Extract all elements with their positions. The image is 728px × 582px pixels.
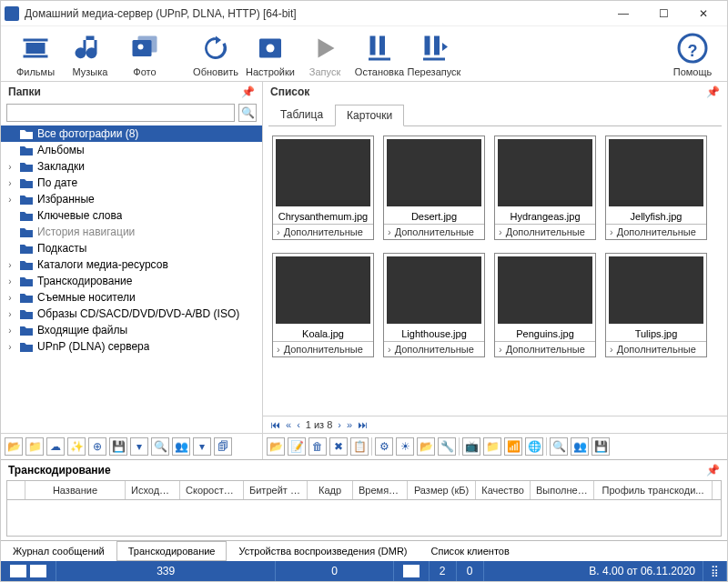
toolbar-icon[interactable]: 🌐	[525, 437, 543, 456]
folder-item[interactable]: Все фотографии (8)	[1, 125, 262, 142]
folder-item[interactable]: ›Съемные носители	[1, 289, 262, 306]
folder-item[interactable]: Ключевые слова	[1, 207, 262, 224]
search-button[interactable]: 🔍	[238, 104, 257, 122]
toolbar-icon[interactable]: 📶	[504, 437, 522, 456]
photo-button[interactable]: Фото	[117, 32, 172, 77]
media-card[interactable]: Chrysanthemum.jpgДополнительные	[272, 135, 374, 240]
folder-item[interactable]: ›Входящие файлы	[1, 322, 262, 338]
status-icon[interactable]	[30, 565, 46, 577]
media-card[interactable]: Hydrangeas.jpgДополнительные	[494, 135, 596, 240]
maximize-button[interactable]: ☐	[643, 1, 683, 26]
restart-button[interactable]: Перезапуск	[407, 32, 461, 77]
column-header[interactable]: Размер (кБ)	[408, 481, 476, 499]
column-header[interactable]: Профиль транскоди...	[594, 481, 713, 499]
tab-table[interactable]: Таблица	[268, 104, 335, 125]
pin-icon[interactable]: 📌	[706, 85, 720, 98]
minimize-button[interactable]: —	[603, 1, 643, 26]
toolbar-icon[interactable]: 👥	[172, 437, 190, 456]
toolbar-icon[interactable]: 🔧	[438, 437, 456, 456]
column-header[interactable]: Качество	[476, 481, 531, 499]
toolbar-icon[interactable]: 📂	[5, 437, 23, 456]
folder-search-input[interactable]	[6, 104, 235, 122]
pin-icon[interactable]: 📌	[241, 85, 255, 98]
column-header[interactable]: Выполнено	[531, 481, 594, 499]
folder-item[interactable]: ›Образы CD/SACD/DVD/DVD-A/BD (ISO)	[1, 306, 262, 322]
tab-transcode[interactable]: Транскодирование	[116, 541, 228, 561]
refresh-button[interactable]: Обновить	[188, 32, 243, 77]
toolbar-icon[interactable]: 📺	[462, 437, 480, 456]
toolbar-icon[interactable]: ☀	[396, 437, 414, 456]
music-button[interactable]: Музыка	[63, 32, 117, 77]
media-card[interactable]: Penguins.jpgДополнительные	[494, 253, 596, 357]
toolbar-icon[interactable]: 📋	[350, 437, 369, 456]
extra-button[interactable]: Дополнительные	[273, 224, 373, 239]
toolbar-icon[interactable]: 🗐	[214, 437, 232, 456]
pager-prev-page[interactable]: «	[286, 419, 291, 430]
folder-item[interactable]: Подкасты	[1, 240, 262, 256]
toolbar-icon[interactable]: 💾	[109, 437, 127, 456]
folder-item[interactable]: ›По дате	[1, 175, 262, 191]
settings-button[interactable]: Настройки	[243, 32, 298, 77]
status-icon[interactable]	[10, 565, 26, 577]
folder-item[interactable]: ›Каталоги медиа-ресурсов	[1, 256, 262, 273]
toolbar-icon[interactable]: 📝	[288, 437, 306, 456]
toolbar-icon[interactable]: ✖	[329, 437, 348, 456]
toolbar-icon[interactable]: 🔍	[151, 437, 169, 456]
extra-button[interactable]: Дополнительные	[495, 341, 595, 356]
folder-item[interactable]: ›UPnP (DLNA) сервера	[1, 338, 262, 355]
folder-item[interactable]: ›Избранные	[1, 191, 262, 207]
media-card[interactable]: Koala.jpgДополнительные	[272, 253, 374, 357]
toolbar-icon[interactable]: ⊕	[88, 437, 106, 456]
extra-button[interactable]: Дополнительные	[495, 224, 595, 239]
tab-clients[interactable]: Список клиентов	[420, 541, 521, 561]
folder-tree[interactable]: Все фотографии (8)Альбомы›Закладки›По да…	[1, 124, 262, 433]
toolbar-icon[interactable]: 📁	[25, 437, 44, 456]
close-button[interactable]: ✕	[683, 1, 723, 26]
column-header[interactable]: Скорость ...	[180, 481, 244, 499]
toolbar-icon[interactable]: 🗑	[308, 437, 327, 456]
media-card[interactable]: Desert.jpgДополнительные	[383, 135, 485, 240]
toolbar-icon[interactable]: 👥	[571, 437, 589, 456]
folder-item[interactable]: История навигации	[1, 224, 262, 240]
folder-item[interactable]: ›Транскодирование	[1, 273, 262, 289]
extra-button[interactable]: Дополнительные	[273, 341, 373, 356]
extra-button[interactable]: Дополнительные	[384, 224, 484, 239]
extra-button[interactable]: Дополнительные	[384, 341, 484, 356]
toolbar-icon[interactable]: 💾	[592, 437, 610, 456]
toolbar-icon[interactable]: ☁	[46, 437, 65, 456]
extra-button[interactable]: Дополнительные	[606, 341, 706, 356]
column-header[interactable]: Название	[25, 481, 126, 499]
media-card[interactable]: Tulips.jpgДополнительные	[605, 253, 707, 357]
films-button[interactable]: Фильмы	[8, 32, 63, 77]
extra-button[interactable]: Дополнительные	[606, 224, 706, 239]
column-header[interactable]: Битрейт (к...	[244, 481, 308, 499]
toolbar-icon[interactable]: ✨	[67, 437, 86, 456]
pager-next[interactable]: ›	[338, 419, 341, 430]
toolbar-icon[interactable]: ▾	[193, 437, 211, 456]
tab-cards[interactable]: Карточки	[335, 105, 404, 126]
pager-next-page[interactable]: »	[347, 419, 352, 430]
media-card[interactable]: Jellyfish.jpgДополнительные	[605, 135, 707, 240]
pin-icon[interactable]: 📌	[706, 464, 720, 477]
toolbar-icon[interactable]: 📂	[417, 437, 435, 456]
toolbar-icon[interactable]: 📂	[267, 437, 285, 456]
column-header[interactable]: Исходны...	[126, 481, 180, 499]
toolbar-icon[interactable]: 📁	[483, 437, 501, 456]
column-header[interactable]: Кадр	[308, 481, 353, 499]
pager-prev[interactable]: ‹	[297, 419, 300, 430]
media-card[interactable]: Lighthouse.jpgДополнительные	[383, 253, 485, 357]
tab-log[interactable]: Журнал сообщений	[1, 541, 116, 561]
column-header[interactable]: Время (с)	[353, 481, 408, 499]
pager-last[interactable]: ⏭	[358, 419, 368, 430]
toolbar-icon[interactable]: ▾	[130, 437, 148, 456]
column-header[interactable]	[7, 481, 25, 499]
tab-dmr[interactable]: Устройства воспроизведения (DMR)	[227, 541, 419, 561]
stop-button[interactable]: Остановка	[352, 32, 407, 77]
toolbar-icon[interactable]: ⚙	[375, 437, 393, 456]
pager-first[interactable]: ⏮	[270, 419, 280, 430]
toolbar-icon[interactable]: 🔍	[550, 437, 568, 456]
help-button[interactable]: ?Помощь	[665, 32, 720, 77]
folder-item[interactable]: ›Закладки	[1, 158, 262, 175]
start-button[interactable]: Запуск	[298, 32, 352, 77]
folder-item[interactable]: Альбомы	[1, 142, 262, 158]
